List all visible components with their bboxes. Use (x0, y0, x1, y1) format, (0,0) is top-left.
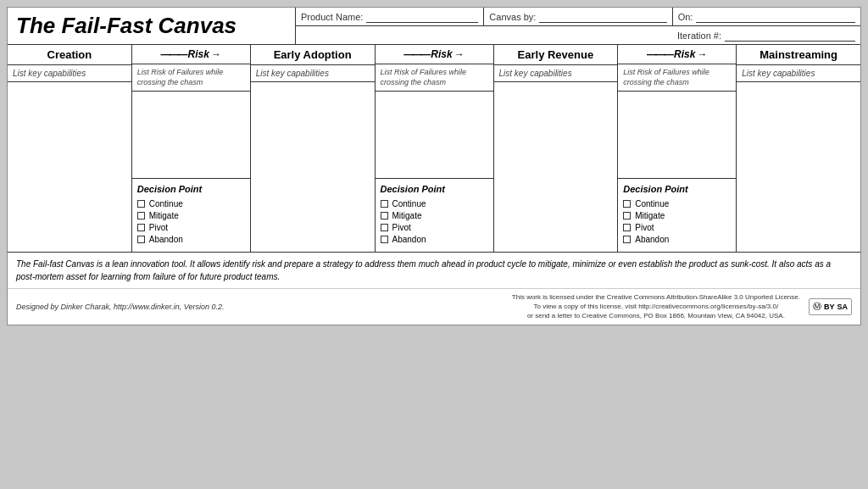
iteration-field2[interactable] (484, 26, 672, 44)
canvas-by-field[interactable]: Canvas by: (484, 8, 672, 25)
header-fields: Product Name: Canvas by: On: Iter (296, 8, 860, 44)
option-label-3-pivot: Pivot (635, 223, 654, 232)
risk1-subtitle: List Risk of Failures while crossing the… (132, 64, 250, 92)
checkbox-2-abandon[interactable] (381, 236, 388, 243)
product-name-value[interactable] (366, 11, 478, 23)
checkbox-2-continue[interactable] (381, 200, 388, 208)
decision-title-1: Decision Point (137, 184, 245, 194)
decision-option-3-continue[interactable]: Continue (623, 199, 731, 208)
cc-icon-sa: SA (837, 303, 848, 311)
canvas-grid: Creation List key capabilities Risk List… (8, 45, 860, 253)
early-adoption-body[interactable] (251, 82, 375, 252)
decision-option-1-mitigate[interactable]: Mitigate (137, 211, 245, 220)
risk2-subtitle: List Risk of Failures while crossing the… (376, 64, 493, 92)
on-field[interactable]: On: (673, 8, 860, 25)
product-name-label: Product Name: (301, 12, 363, 22)
checkbox-2-mitigate[interactable] (381, 212, 388, 219)
iteration-number-field[interactable]: Iteration #: (672, 26, 860, 44)
creation-body[interactable] (8, 82, 131, 252)
iteration-label: Iteration #: (677, 31, 721, 41)
decision-option-1-continue[interactable]: Continue (137, 199, 245, 208)
mainstreaming-header: Mainstreaming (737, 45, 860, 65)
header-row-bottom: Iteration #: (296, 26, 860, 44)
risk-col-3: Risk List Risk of Failures while crossin… (618, 45, 737, 252)
risk1-arrow: Risk (161, 48, 221, 60)
decision-option-2-mitigate[interactable]: Mitigate (381, 211, 488, 220)
decision-option-2-continue[interactable]: Continue (381, 199, 488, 208)
early-adoption-subtitle: List key capabilities (251, 65, 375, 82)
risk1-body[interactable] (132, 92, 250, 178)
on-value[interactable] (696, 11, 855, 23)
header-row-top: Product Name: Canvas by: On: (296, 8, 860, 26)
option-label-3-mitigate: Mitigate (635, 211, 665, 220)
decision-point-3: Decision Point Continue Mitigate Pivot A… (618, 178, 736, 252)
canvas-by-label: Canvas by: (489, 12, 536, 22)
footer-license: This work is licensed under the Creative… (512, 292, 800, 321)
decision-point-1: Decision Point Continue Mitigate Pivot A… (132, 178, 250, 252)
checkbox-3-abandon[interactable] (623, 236, 631, 243)
decision-option-3-pivot[interactable]: Pivot (623, 223, 731, 232)
checkbox-1-continue[interactable] (137, 200, 145, 208)
stage-early-adoption: Early Adoption List key capabilities (251, 45, 376, 252)
early-revenue-header: Early Revenue (494, 45, 618, 65)
option-label-1-pivot: Pivot (149, 223, 168, 232)
on-label: On: (678, 12, 693, 22)
option-label-3-continue: Continue (635, 199, 669, 208)
decision-option-3-mitigate[interactable]: Mitigate (623, 211, 731, 220)
canvas-by-value[interactable] (539, 11, 666, 23)
cc-icon-circle-c: Ⓜ (813, 301, 821, 313)
option-label-1-continue: Continue (149, 199, 183, 208)
option-label-2-pivot: Pivot (392, 223, 411, 232)
checkbox-3-mitigate[interactable] (623, 212, 631, 219)
option-label-2-abandon: Abandon (392, 235, 426, 244)
mainstreaming-body[interactable] (737, 82, 860, 252)
decision-option-1-pivot[interactable]: Pivot (137, 223, 245, 232)
checkbox-1-pivot[interactable] (137, 224, 145, 231)
decision-option-2-abandon[interactable]: Abandon (381, 235, 488, 244)
cc-icon-by: BY (824, 303, 835, 311)
decision-title-2: Decision Point (381, 184, 488, 194)
early-revenue-subtitle: List key capabilities (494, 65, 618, 82)
stage-mainstreaming: Mainstreaming List key capabilities (737, 45, 860, 252)
risk-col-1: Risk List Risk of Failures while crossin… (132, 45, 251, 252)
risk3-arrow: Risk (647, 48, 707, 60)
iteration-value[interactable] (725, 30, 855, 42)
stage-creation: Creation List key capabilities (8, 45, 132, 252)
decision-option-3-abandon[interactable]: Abandon (623, 235, 731, 244)
decision-point-2: Decision Point Continue Mitigate Pivot A… (376, 178, 493, 252)
risk1-header: Risk (132, 45, 250, 64)
early-revenue-body[interactable] (494, 82, 618, 252)
decision-option-2-pivot[interactable]: Pivot (381, 223, 488, 232)
header: The Fail-Fast Canvas Product Name: Canva… (8, 8, 860, 45)
checkbox-1-abandon[interactable] (137, 236, 145, 243)
iteration-field[interactable] (296, 26, 484, 44)
risk2-header: Risk (376, 45, 493, 64)
creation-header: Creation (8, 45, 131, 65)
option-label-1-mitigate: Mitigate (149, 211, 179, 220)
footer-credit: Designed by Dinker Charak, http://www.di… (16, 303, 224, 311)
risk-col-2: Risk List Risk of Failures while crossin… (376, 45, 494, 252)
risk2-arrow: Risk (403, 48, 464, 60)
footer-description: The Fail-fast Canvas is a lean innovatio… (8, 253, 860, 289)
checkbox-2-pivot[interactable] (381, 224, 388, 231)
risk3-body[interactable] (618, 92, 736, 178)
option-label-2-continue: Continue (392, 199, 426, 208)
risk2-body[interactable] (376, 92, 493, 178)
creation-subtitle: List key capabilities (8, 65, 131, 82)
cc-badge: Ⓜ BY SA (809, 298, 852, 315)
option-label-1-abandon: Abandon (149, 235, 183, 244)
risk3-header: Risk (618, 45, 736, 64)
early-adoption-header: Early Adoption (251, 45, 375, 65)
checkbox-3-pivot[interactable] (623, 224, 631, 231)
checkbox-3-continue[interactable] (623, 200, 631, 208)
stage-early-revenue: Early Revenue List key capabilities (494, 45, 619, 252)
canvas-title: The Fail-Fast Canvas (8, 8, 296, 44)
checkbox-1-mitigate[interactable] (137, 212, 145, 219)
decision-option-1-abandon[interactable]: Abandon (137, 235, 245, 244)
option-label-3-abandon: Abandon (635, 235, 669, 244)
mainstreaming-subtitle: List key capabilities (737, 65, 860, 82)
product-name-field[interactable]: Product Name: (296, 8, 484, 25)
footer-bottom: Designed by Dinker Charak, http://www.di… (8, 289, 860, 325)
decision-title-3: Decision Point (623, 184, 731, 194)
option-label-2-mitigate: Mitigate (392, 211, 422, 220)
